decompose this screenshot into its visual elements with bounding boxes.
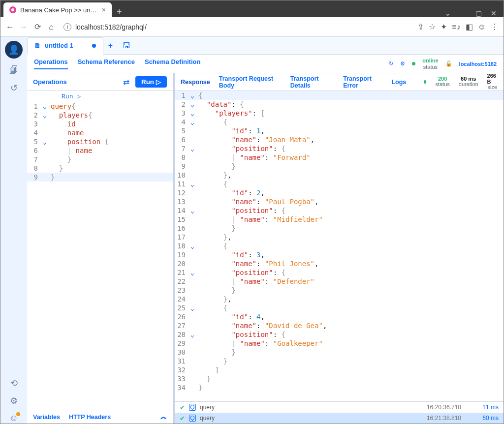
tab-transport-error[interactable]: Transport Error: [343, 75, 382, 89]
save-document-button[interactable]: 🖫: [118, 41, 135, 50]
app-logo-icon[interactable]: 👤: [5, 41, 23, 59]
code-line[interactable]: 12 "id": 2,: [175, 188, 504, 197]
code-line[interactable]: 4⌄ {: [175, 118, 504, 126]
code-line[interactable]: 18⌄ {: [175, 242, 504, 250]
expand-panel-icon[interactable]: ︽: [160, 413, 167, 421]
tab-response[interactable]: Response: [181, 79, 210, 86]
code-line[interactable]: 21⌄ "position": {: [175, 268, 504, 277]
code-line[interactable]: 22 | "name": "Defender": [175, 277, 504, 286]
code-line[interactable]: 17 },: [175, 233, 504, 242]
code-line[interactable]: 26 "id": 4,: [175, 312, 504, 321]
maximize-icon[interactable]: ▢: [475, 9, 482, 17]
code-line[interactable]: 8 }: [27, 164, 173, 173]
fold-icon[interactable]: ⌄: [189, 268, 196, 277]
browser-tab[interactable]: Banana Cake Pop >> untitled 1 ×: [3, 2, 112, 17]
refresh-schema-icon[interactable]: ↻: [389, 61, 393, 67]
fold-icon[interactable]: ⌄: [189, 303, 196, 312]
home-icon[interactable]: ⌂: [47, 23, 56, 31]
history-row[interactable]: ✔Qquery16:20:36.71011 ms: [175, 402, 504, 413]
extensions-icon[interactable]: ✦: [441, 22, 447, 31]
chevron-down-icon[interactable]: ⌄: [445, 9, 451, 17]
account-icon[interactable]: ☺: [9, 413, 18, 424]
subtab-operations[interactable]: Operations: [34, 58, 68, 69]
tab-http-headers[interactable]: HTTP Headers: [69, 414, 111, 421]
code-line[interactable]: 20 "name": "Phil Jones",: [175, 259, 504, 268]
close-window-icon[interactable]: ✕: [491, 9, 497, 17]
close-tab-icon[interactable]: ×: [102, 6, 106, 14]
add-document-button[interactable]: +: [103, 41, 118, 50]
code-line[interactable]: 28⌄ "position": {: [175, 330, 504, 339]
fold-icon[interactable]: ⌄: [41, 102, 49, 111]
code-line[interactable]: 24 },: [175, 295, 504, 303]
code-line[interactable]: 6 "name": "Joan Mata",: [175, 135, 504, 144]
code-line[interactable]: 9}: [27, 173, 173, 182]
fold-icon[interactable]: ⌄: [189, 118, 196, 126]
code-line[interactable]: 32 ]: [175, 365, 504, 374]
tab-request-body[interactable]: Transport Request Body: [219, 75, 282, 89]
history-icon[interactable]: ↺: [10, 83, 18, 93]
code-line[interactable]: 30 }: [175, 348, 504, 357]
profile-icon[interactable]: ☺: [478, 23, 486, 31]
menu-icon[interactable]: ⋮: [491, 22, 499, 31]
history-row[interactable]: ✔Qquery16:21:38.81060 ms: [175, 413, 504, 424]
run-button[interactable]: Run ▷: [135, 76, 167, 88]
code-line[interactable]: 3⌄ "players": [: [175, 109, 504, 118]
code-line[interactable]: 2⌄ players{: [27, 111, 173, 120]
code-line[interactable]: 19 "id": 3,: [175, 250, 504, 259]
fold-icon[interactable]: ⌄: [41, 111, 49, 120]
subtab-schema-definition[interactable]: Schema Definition: [145, 58, 200, 69]
fold-icon[interactable]: ⌄: [189, 180, 196, 188]
code-line[interactable]: 23 }: [175, 286, 504, 295]
new-tab-button[interactable]: +: [112, 7, 127, 17]
query-editor[interactable]: Run ▷ 1⌄query{2⌄ players{3 id4 name5⌄ po…: [27, 91, 173, 410]
code-line[interactable]: 7⌄ "position": {: [175, 144, 504, 153]
code-line[interactable]: 13 "name": "Paul Pogba",: [175, 197, 504, 206]
fold-icon[interactable]: ⌄: [189, 144, 196, 153]
fold-icon[interactable]: ⌄: [189, 206, 196, 215]
run-codelens[interactable]: Run ▷: [27, 91, 173, 102]
code-line[interactable]: 25⌄ {: [175, 303, 504, 312]
code-line[interactable]: 3 id: [27, 120, 173, 128]
code-line[interactable]: 4 name: [27, 128, 173, 137]
tab-transport-details[interactable]: Transport Details: [290, 75, 334, 89]
address-bar[interactable]: i localhost:5182/graphql/: [61, 21, 412, 33]
code-line[interactable]: 7 }: [27, 155, 173, 164]
code-line[interactable]: 1⌄query{: [27, 102, 173, 111]
fold-icon[interactable]: ⌄: [189, 109, 196, 118]
code-line[interactable]: 9 }: [175, 162, 504, 171]
gear-icon[interactable]: ⚙: [10, 395, 18, 406]
reload-icon[interactable]: ⟳: [33, 22, 42, 31]
sidepanel-icon[interactable]: ◧: [466, 22, 473, 31]
minimize-icon[interactable]: ―: [460, 9, 467, 17]
tab-variables[interactable]: Variables: [33, 414, 60, 421]
code-line[interactable]: 29 | "name": "Goalkeeper": [175, 339, 504, 348]
code-line[interactable]: 2⌄ "data": {: [175, 100, 504, 109]
code-line[interactable]: 1⌄{: [175, 91, 504, 100]
star-icon[interactable]: ☆: [429, 22, 436, 31]
sync-icon[interactable]: ⟲: [10, 378, 18, 389]
host-label[interactable]: localhost:5182: [459, 61, 497, 67]
code-line[interactable]: 10 },: [175, 171, 504, 180]
fold-icon[interactable]: ⌄: [189, 91, 196, 100]
fold-icon[interactable]: ⌄: [189, 100, 196, 109]
code-line[interactable]: 14⌄ "position": {: [175, 206, 504, 215]
settings-icon[interactable]: ⚙: [400, 61, 405, 67]
code-line[interactable]: 31 }: [175, 357, 504, 365]
code-line[interactable]: 11⌄ {: [175, 180, 504, 188]
code-line[interactable]: 34}: [175, 383, 504, 392]
playlist-icon[interactable]: ≡♪: [452, 23, 460, 31]
fold-icon[interactable]: ⌄: [189, 242, 196, 250]
subtab-schema-reference[interactable]: Schema Reference: [78, 58, 135, 69]
code-line[interactable]: 5⌄ position {: [27, 137, 173, 146]
code-line[interactable]: 16 }: [175, 224, 504, 233]
fold-icon[interactable]: ⌄: [41, 137, 49, 146]
documents-icon[interactable]: 🗐: [9, 65, 18, 76]
code-line[interactable]: 15 | "name": "Midfielder": [175, 215, 504, 224]
code-line[interactable]: 27 "name": "David de Gea",: [175, 321, 504, 330]
tab-logs[interactable]: Logs: [391, 79, 406, 86]
back-icon[interactable]: ←: [5, 23, 14, 31]
share-icon[interactable]: ⇪: [417, 22, 424, 31]
code-line[interactable]: 6 | name: [27, 146, 173, 155]
document-tab[interactable]: 🗎 untitled 1: [27, 37, 103, 55]
response-editor[interactable]: 1⌄{2⌄ "data": {3⌄ "players": [4⌄ {5 "id"…: [175, 91, 504, 401]
